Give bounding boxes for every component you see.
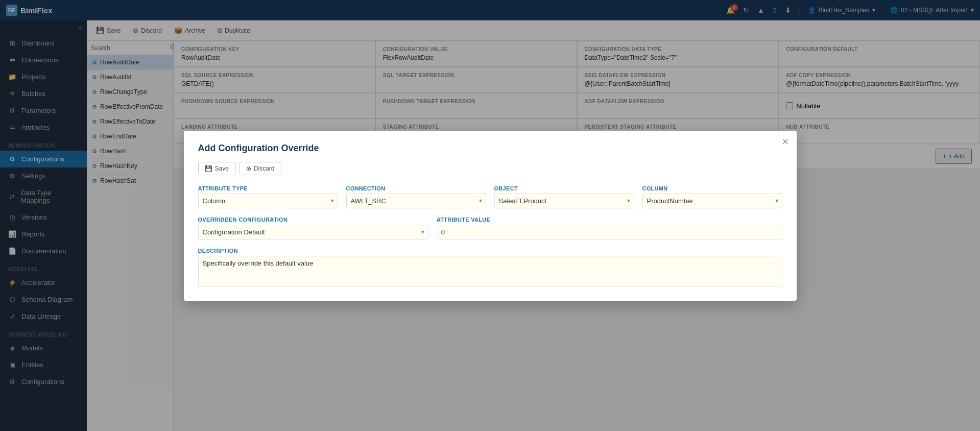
modal-save-button[interactable]: 💾 Save bbox=[198, 162, 235, 175]
modal-title: Add Configuration Override bbox=[198, 143, 782, 154]
modal-discard-label: Discard bbox=[254, 165, 275, 172]
attribute-value-label: ATTRIBUTE VALUE bbox=[437, 217, 782, 223]
attribute-value-input[interactable] bbox=[437, 225, 782, 240]
description-textarea[interactable]: Specifically override this default value bbox=[198, 256, 782, 286]
connection-select[interactable]: AWLT_SRC AWLT_TGT bbox=[346, 194, 486, 208]
object-field: OBJECT SalesLT.Product SalesLT.Customer bbox=[494, 185, 634, 208]
connection-label: CONNECTION bbox=[346, 185, 486, 191]
overridden-config-select-wrapper: Configuration Default Configuration Valu… bbox=[198, 225, 428, 240]
column-field: COLUMN ProductNumber ProductID Name bbox=[642, 185, 782, 208]
attribute-type-select[interactable]: Column Table Schema Database bbox=[198, 194, 338, 208]
modal-close-button[interactable]: ✕ bbox=[782, 137, 788, 147]
attribute-value-field: ATTRIBUTE VALUE bbox=[437, 217, 782, 240]
object-label: OBJECT bbox=[494, 185, 634, 191]
modal-row-2: OVERRIDDEN CONFIGURATION Configuration D… bbox=[198, 217, 782, 240]
description-field: DESCRIPTION Specifically override this d… bbox=[198, 248, 782, 286]
object-select-wrapper: SalesLT.Product SalesLT.Customer bbox=[494, 194, 634, 208]
column-select[interactable]: ProductNumber ProductID Name bbox=[642, 194, 782, 208]
modal-save-icon: 💾 bbox=[205, 165, 212, 172]
overridden-config-field: OVERRIDDEN CONFIGURATION Configuration D… bbox=[198, 217, 428, 240]
close-icon: ✕ bbox=[782, 137, 788, 146]
modal-toolbar: 💾 Save ⊗ Discard bbox=[198, 162, 782, 175]
modal-form: ATTRIBUTE TYPE Column Table Schema Datab… bbox=[198, 185, 782, 286]
modal-discard-button[interactable]: ⊗ Discard bbox=[240, 162, 281, 175]
column-select-wrapper: ProductNumber ProductID Name bbox=[642, 194, 782, 208]
overridden-config-select[interactable]: Configuration Default Configuration Valu… bbox=[198, 225, 428, 240]
object-select[interactable]: SalesLT.Product SalesLT.Customer bbox=[494, 194, 634, 208]
overridden-config-label: OVERRIDDEN CONFIGURATION bbox=[198, 217, 428, 223]
modal-overlay[interactable]: ✕ Add Configuration Override 💾 Save ⊗ Di… bbox=[0, 0, 980, 431]
modal-row-3: DESCRIPTION Specifically override this d… bbox=[198, 248, 782, 286]
attribute-type-field: ATTRIBUTE TYPE Column Table Schema Datab… bbox=[198, 185, 338, 208]
attribute-type-select-wrapper: Column Table Schema Database bbox=[198, 194, 338, 208]
connection-field: CONNECTION AWLT_SRC AWLT_TGT bbox=[346, 185, 486, 208]
attribute-type-label: ATTRIBUTE TYPE bbox=[198, 185, 338, 191]
modal-row-1: ATTRIBUTE TYPE Column Table Schema Datab… bbox=[198, 185, 782, 208]
description-label: DESCRIPTION bbox=[198, 248, 782, 254]
modal-discard-icon: ⊗ bbox=[246, 165, 251, 172]
connection-select-wrapper: AWLT_SRC AWLT_TGT bbox=[346, 194, 486, 208]
column-label: COLUMN bbox=[642, 185, 782, 191]
add-configuration-override-modal: ✕ Add Configuration Override 💾 Save ⊗ Di… bbox=[184, 131, 797, 301]
modal-save-label: Save bbox=[215, 165, 229, 172]
